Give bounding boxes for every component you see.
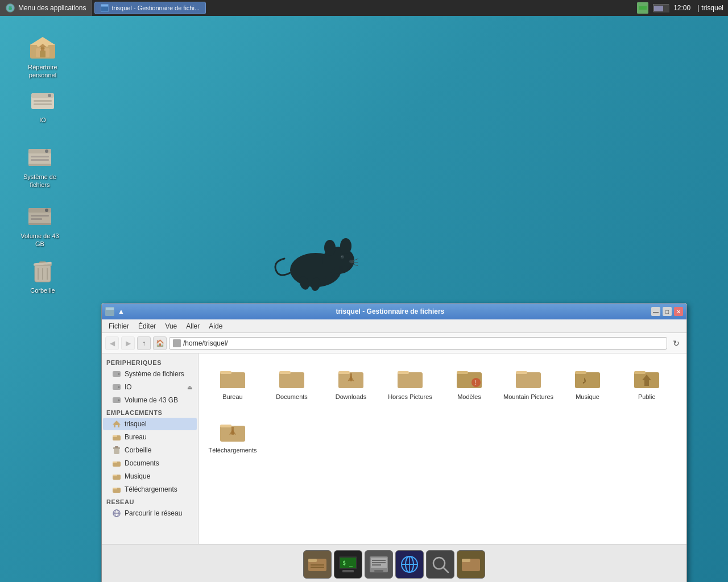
app-menu-button[interactable]: Menu des applications [0, 0, 92, 16]
sidebar-item-reseau[interactable]: Parcourir le réseau [103, 507, 197, 519]
sidebar-item-systeme-fichiers[interactable]: Système de fichiers [103, 368, 197, 380]
bureau-folder-icon [219, 363, 246, 390]
taskbar-right: 12:00 | trisquel [637, 2, 728, 14]
svg-rect-26 [28, 164, 51, 166]
sidebar-item-bureau[interactable]: Bureau [103, 431, 197, 443]
svg-rect-77 [220, 373, 245, 388]
svg-point-60 [118, 400, 120, 401]
svg-rect-79 [279, 372, 304, 388]
file-item-horses[interactable]: Horses Pictures [382, 359, 439, 410]
sidebar-item-io[interactable]: IO ⏏ [103, 381, 197, 393]
svg-rect-82 [338, 371, 350, 374]
minimize-button[interactable]: — [651, 307, 660, 316]
file-item-telechargements[interactable]: Téléchargements [204, 413, 261, 464]
menu-aller[interactable]: Aller [181, 321, 204, 331]
svg-rect-70 [113, 475, 117, 476]
documents-file-label: Documents [276, 393, 308, 401]
fm-content: PERIPHERIQUES Système de fichiers IO ⏏ [102, 354, 686, 544]
svg-rect-31 [31, 218, 42, 220]
file-item-modeles[interactable]: ! Modèles [441, 359, 498, 410]
refresh-button[interactable]: ↻ [669, 336, 683, 350]
sidebar-item-trisquel[interactable]: trisquel [103, 418, 197, 430]
svg-point-44 [341, 255, 344, 259]
menu-vue[interactable]: Vue [160, 321, 181, 331]
svg-rect-86 [398, 371, 409, 374]
sidebar-section-peripheriques: PERIPHERIQUES [102, 357, 198, 367]
home-button[interactable]: 🏠 [153, 336, 167, 350]
sidebar-item-telechargements[interactable]: Téléchargements [103, 483, 197, 496]
sidebar-item-volume[interactable]: Volume de 43 GB [103, 394, 197, 406]
svg-point-42 [324, 240, 336, 256]
systeme-label: Système defichiers [23, 173, 56, 189]
svg-rect-88 [457, 371, 468, 374]
svg-rect-116 [372, 564, 381, 566]
taskbar-tray-icon [637, 2, 648, 14]
svg-point-18 [48, 94, 51, 97]
menu-editer[interactable]: Éditer [134, 321, 160, 331]
repertoire-label: Répertoirepersonnel [28, 63, 57, 80]
desktop-icon-io[interactable]: IO [17, 84, 68, 126]
svg-point-58 [118, 386, 120, 388]
mouse-mascot [273, 227, 358, 296]
sidebar-bureau-icon [112, 433, 121, 442]
maximize-button[interactable]: □ [663, 307, 672, 316]
up-button[interactable]: ↑ [137, 336, 151, 350]
dock-icon-3[interactable] [395, 550, 424, 579]
file-manager-window: ▲ trisquel - Gestionnaire de fichiers — … [101, 303, 687, 582]
volume-drive-icon [26, 202, 53, 230]
svg-point-1 [9, 7, 12, 10]
svg-rect-110 [342, 570, 354, 572]
svg-rect-15 [41, 47, 44, 51]
file-item-documents[interactable]: Documents [263, 359, 320, 410]
dock-icon-2[interactable] [365, 550, 393, 579]
file-item-mountain-pictures[interactable]: Mountain Pictures [500, 359, 557, 410]
sidebar-trash-icon [112, 446, 121, 455]
file-item-musique[interactable]: ♪ Musique [559, 359, 616, 410]
forward-button[interactable]: ▶ [121, 336, 135, 350]
dock-icon-1[interactable]: $ _ [334, 550, 362, 579]
file-item-bureau[interactable]: Bureau [204, 359, 261, 410]
sidebar-item-corbeille[interactable]: Corbeille [103, 444, 197, 456]
io-eject-btn[interactable]: ⏏ [187, 384, 192, 390]
fm-bottom-dock: $ _ [102, 544, 686, 582]
modeles-file-label: Modèles [457, 393, 481, 401]
fm-title-controls: — □ ✕ [651, 307, 683, 316]
svg-rect-113 [374, 570, 383, 572]
sidebar-item-documents[interactable]: Documents [103, 457, 197, 469]
svg-marker-61 [113, 421, 121, 427]
menu-fichier[interactable]: Fichier [104, 321, 134, 331]
file-item-public[interactable]: Public [618, 359, 675, 410]
fm-path-bar: /home/trisquel/ [169, 337, 667, 350]
file-item-downloads[interactable]: Downloads [322, 359, 379, 410]
musique-file-label: Musique [576, 393, 599, 401]
app-menu-icon [6, 3, 15, 13]
dock-icon-0[interactable] [303, 550, 332, 579]
desktop-icon-systeme[interactable]: Système defichiers [14, 141, 65, 192]
sidebar-corbeille-label: Corbeille [125, 446, 151, 454]
desktop-icon-repertoire[interactable]: Répertoirepersonnel [17, 31, 68, 82]
svg-point-43 [340, 238, 351, 254]
svg-rect-30 [31, 215, 49, 217]
svg-rect-94 [575, 371, 586, 374]
close-button[interactable]: ✕ [674, 307, 683, 316]
svg-rect-53 [106, 307, 114, 310]
back-button[interactable]: ◀ [105, 336, 119, 350]
svg-rect-92 [516, 371, 527, 374]
sidebar-item-musique[interactable]: Musique [103, 470, 197, 483]
svg-text:!: ! [474, 380, 476, 386]
dock-icon-4[interactable] [426, 550, 454, 579]
svg-rect-105 [311, 564, 324, 566]
rollup-button[interactable]: ▲ [118, 307, 125, 315]
fm-path-text: /home/trisquel/ [183, 339, 228, 347]
taskbar-time: 12:00 [673, 4, 690, 12]
menu-aide[interactable]: Aide [204, 321, 227, 331]
sidebar-documents-icon [112, 459, 121, 468]
svg-rect-91 [516, 372, 541, 388]
desktop-icon-volume[interactable]: Volume de 43GB [14, 200, 65, 251]
svg-rect-84 [350, 373, 352, 381]
dock-icon-5[interactable] [457, 550, 485, 579]
sidebar-io-label: IO [125, 383, 132, 391]
desktop-icon-corbeille[interactable]: Corbeille [17, 255, 68, 297]
sidebar-musique-label: Musique [125, 472, 150, 480]
taskbar-window-button[interactable]: trisquel - Gestionnaire de fichi... [94, 2, 206, 14]
